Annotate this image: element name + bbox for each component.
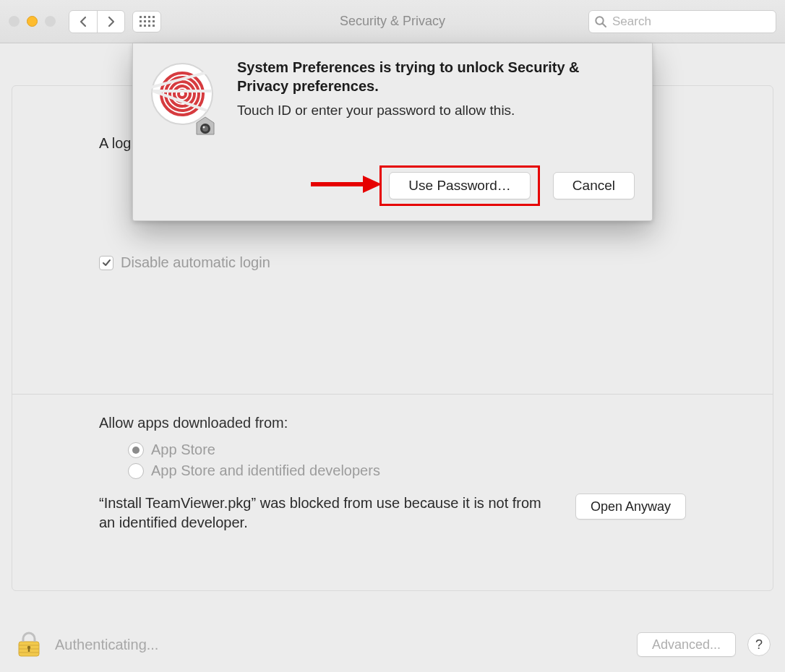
nav-buttons — [69, 10, 125, 33]
open-anyway-button[interactable]: Open Anyway — [575, 494, 686, 520]
help-button[interactable]: ? — [747, 633, 771, 656]
radio-app-store[interactable] — [128, 442, 144, 458]
radio-app-store-row: App Store — [128, 441, 686, 458]
radio-identified-devs[interactable] — [128, 463, 144, 479]
window-toolbar: Security & Privacy — [0, 0, 785, 43]
touch-id-icon — [150, 62, 221, 133]
advanced-button[interactable]: Advanced... — [637, 632, 736, 657]
svg-rect-14 — [153, 90, 211, 92]
svg-line-1 — [603, 23, 606, 27]
search-wrap — [588, 10, 776, 33]
forward-button[interactable] — [97, 11, 124, 33]
allow-apps-label: Allow apps downloaded from: — [99, 415, 686, 431]
back-button[interactable] — [69, 11, 97, 33]
lock-status-text: Authenticating... — [55, 637, 158, 653]
disable-auto-login-row: Disable automatic login — [99, 254, 686, 271]
annotation-arrow-icon — [309, 173, 382, 195]
disable-auto-login-label: Disable automatic login — [121, 254, 270, 271]
annotation-highlight: Use Password… — [379, 165, 540, 206]
radio-identified-devs-label: App Store and identified developers — [151, 462, 380, 479]
show-all-button[interactable] — [132, 11, 161, 33]
chevron-left-icon — [79, 16, 87, 27]
window-zoom-button[interactable] — [45, 16, 56, 27]
svg-rect-7 — [28, 647, 30, 652]
window-close-button[interactable] — [9, 16, 20, 27]
checkmark-icon — [102, 258, 111, 267]
svg-marker-21 — [363, 176, 382, 193]
chevron-right-icon — [107, 16, 116, 27]
footer: Authenticating... Advanced... ? — [0, 632, 785, 672]
traffic-lights — [9, 16, 56, 27]
cancel-button[interactable]: Cancel — [553, 172, 635, 199]
radio-app-store-label: App Store — [151, 441, 215, 458]
search-icon — [594, 15, 607, 28]
use-password-button[interactable]: Use Password… — [389, 172, 531, 199]
search-input[interactable] — [588, 10, 776, 33]
auth-dialog: System Preferences is trying to unlock S… — [132, 43, 653, 221]
window-minimize-button[interactable] — [27, 16, 38, 27]
lock-icon[interactable] — [14, 632, 43, 658]
dialog-subtext: Touch ID or enter your password to allow… — [237, 103, 635, 119]
svg-point-19 — [203, 126, 205, 129]
blocked-row: “Install TeamViewer.pkg” was blocked fro… — [99, 494, 686, 533]
blocked-app-text: “Install TeamViewer.pkg” was blocked fro… — [99, 494, 558, 533]
dialog-heading: System Preferences is trying to unlock S… — [237, 58, 635, 95]
radio-identified-devs-row: App Store and identified developers — [128, 462, 686, 479]
disable-auto-login-checkbox[interactable] — [99, 256, 113, 270]
divider — [12, 394, 773, 395]
grid-icon — [140, 16, 155, 27]
